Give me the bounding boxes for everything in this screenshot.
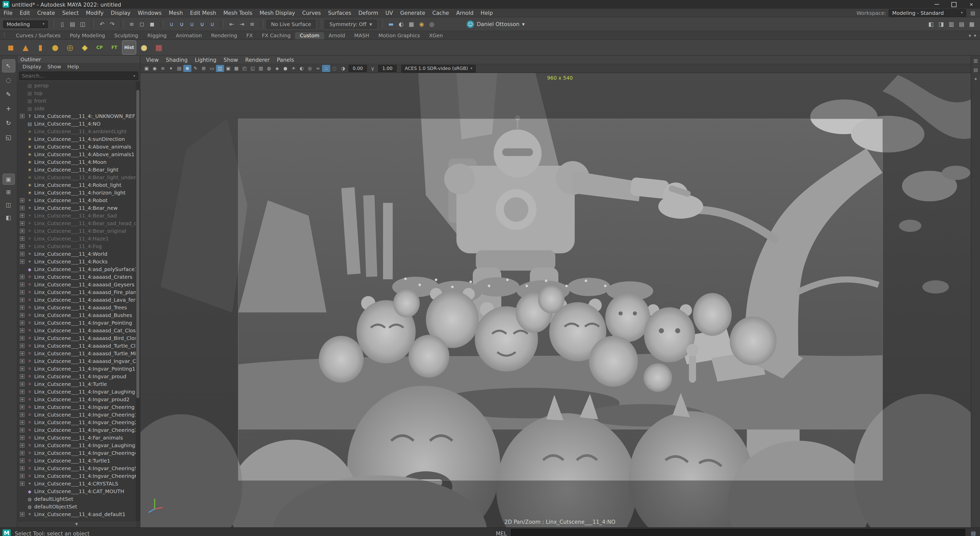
shelf-tab[interactable]: XGen: [425, 32, 447, 39]
expand-toggle-icon[interactable]: [19, 175, 25, 180]
toggle-attribute-editor-icon[interactable]: ▥: [946, 19, 956, 29]
viewport-menu-item[interactable]: Shading: [162, 57, 191, 63]
outliner-item[interactable]: Linx_Cutscene___11_4:Above_animals1: [18, 151, 140, 158]
move-tool[interactable]: +: [2, 103, 14, 115]
menu-item[interactable]: Surfaces: [325, 10, 355, 16]
menu-item[interactable]: Modify: [82, 10, 107, 16]
user-account-menu[interactable]: ☺ Daniel Ottosson ▾: [466, 20, 525, 28]
outliner-item[interactable]: defaultLightSet: [18, 495, 140, 503]
shelf-poly-pyramid[interactable]: ▲: [19, 41, 32, 54]
expand-toggle-icon[interactable]: [19, 159, 25, 165]
default-material-icon[interactable]: ●: [281, 65, 290, 72]
hud-icon[interactable]: ▥: [257, 65, 265, 72]
shelf-tab[interactable]: MASH: [350, 32, 374, 39]
viewport-menu-item[interactable]: Panels: [273, 57, 298, 63]
toolbar-separator[interactable]: [160, 20, 163, 28]
menu-item[interactable]: Generate: [396, 10, 429, 16]
outliner-item[interactable]: Linx_Cutscene___11_4:ambientLight: [18, 127, 140, 135]
outliner-item[interactable]: Linx_Cutscene___11_4:aaaasd_Bushes: [18, 312, 140, 319]
expand-toggle-icon[interactable]: [19, 512, 25, 517]
viewport-canvas[interactable]: 960 x 540 2D Pan/Zoom : Linx_Cutscene___…: [140, 73, 971, 527]
outliner-item[interactable]: Linx_Cutscene___11_4:aaaasd_Geysers: [18, 281, 140, 288]
snap-to-grid-icon[interactable]: ∪: [166, 19, 177, 29]
script-editor-icon[interactable]: ▤: [969, 529, 977, 536]
menu-set-selector[interactable]: Modeling ▾: [3, 20, 48, 28]
gamma-field[interactable]: [378, 65, 396, 72]
outliner-item[interactable]: Linx_Cutscene___11_4:Far_animals: [18, 434, 140, 442]
shelf-tab[interactable]: Arnold: [324, 32, 350, 39]
expand-toggle-icon[interactable]: [19, 458, 25, 463]
outliner-item[interactable]: side: [18, 105, 140, 112]
outliner-item[interactable]: Linx_Cutscene___11_4:NO: [18, 120, 140, 127]
expand-toggle-icon[interactable]: [19, 251, 25, 257]
outliner-item[interactable]: Linx_Cutscene___11_4:Turtle1: [18, 457, 140, 464]
multisample-icon[interactable]: ∴: [322, 65, 330, 72]
viewport-menu-item[interactable]: Renderer: [242, 57, 273, 63]
snap-to-projected-center-icon[interactable]: ∪: [197, 19, 207, 29]
expand-toggle-icon[interactable]: [19, 442, 25, 448]
outliner-item[interactable]: Linx_Cutscene___11_4:aaaasd_Fire_plants: [18, 288, 140, 296]
shelf-poly-torus[interactable]: ◎: [63, 41, 76, 54]
menu-item[interactable]: Mesh: [165, 10, 186, 16]
expand-toggle-icon[interactable]: [19, 427, 25, 433]
save-scene-icon[interactable]: ◫: [78, 19, 88, 29]
menu-item[interactable]: Mesh Tools: [220, 10, 256, 16]
outliner-item[interactable]: Linx_Cutscene___11_4:Bear_new: [18, 204, 140, 212]
xray-icon[interactable]: ◍: [265, 65, 273, 72]
field-chart-icon[interactable]: ▦: [232, 65, 240, 72]
film-gate-icon[interactable]: ▭: [208, 65, 216, 72]
lock-camera-icon[interactable]: ◉: [151, 65, 159, 72]
expand-toggle-icon[interactable]: [19, 351, 25, 356]
shelf-cp-node[interactable]: CP: [93, 41, 106, 54]
expand-toggle-icon[interactable]: [19, 282, 25, 287]
expand-toggle-icon[interactable]: [19, 243, 25, 249]
resolution-gate-icon[interactable]: ◫: [216, 65, 224, 72]
scroll-down-button[interactable]: ▼: [18, 521, 136, 527]
open-scene-icon[interactable]: ▤: [67, 19, 78, 29]
expand-toggle-icon[interactable]: [19, 274, 25, 280]
viewport-menu-item[interactable]: Lighting: [191, 57, 220, 63]
depth-of-field-icon[interactable]: ◌: [330, 65, 339, 72]
menu-item[interactable]: Mesh Display: [256, 10, 299, 16]
expand-toggle-icon[interactable]: [19, 182, 25, 188]
viewport-menu-item[interactable]: View: [142, 57, 162, 63]
expand-toggle-icon[interactable]: [19, 91, 25, 96]
expand-toggle-icon[interactable]: [19, 420, 25, 425]
shelf-tab[interactable]: Sculpting: [110, 32, 143, 39]
wireframe-on-shaded-icon[interactable]: ◈: [273, 65, 281, 72]
outliner-item[interactable]: Linx_Cutscene___11_4:CRYSTALS: [18, 480, 140, 488]
layout-outliner-persp[interactable]: ◧: [3, 212, 14, 223]
ipr-render-icon[interactable]: ◐: [396, 19, 406, 29]
live-surface-field[interactable]: No Live Surface: [266, 20, 316, 28]
channel-box-tab-icon[interactable]: ▥: [974, 58, 978, 63]
shelf-diamond[interactable]: ◆: [78, 41, 91, 54]
shelf-tab[interactable]: FX: [242, 32, 257, 39]
menu-item[interactable]: Select: [59, 10, 83, 16]
expand-toggle-icon[interactable]: [19, 236, 25, 242]
shelf-tab[interactable]: Curves / Surfaces: [11, 32, 65, 39]
layout-two-pane[interactable]: ◫: [3, 200, 14, 210]
viewport-menu-item[interactable]: Show: [220, 57, 242, 63]
outliner-item[interactable]: Linx_Cutscene___11_4:aaaasd_Lava_ferns: [18, 296, 140, 304]
expand-toggle-icon[interactable]: [19, 113, 25, 119]
safe-action-icon[interactable]: ◰: [240, 65, 248, 72]
outliner-item[interactable]: Linx_Cutscene___11_4:Fog: [18, 242, 140, 250]
shelf-handle-icon[interactable]: ⋮: [2, 32, 6, 37]
scrollbar-thumb[interactable]: [136, 90, 139, 398]
camera-attributes-icon[interactable]: ≡: [159, 65, 167, 72]
expand-toggle-icon[interactable]: [19, 197, 25, 203]
select-hierarchy-icon[interactable]: ≡: [127, 19, 137, 29]
tool-settings-tab-icon[interactable]: ✦: [974, 76, 977, 82]
grid-icon[interactable]: ⊞: [200, 65, 208, 72]
expand-toggle-icon[interactable]: [19, 106, 25, 111]
render-view-icon[interactable]: ◎: [427, 19, 437, 29]
select-object-icon[interactable]: ◻: [137, 19, 147, 29]
outliner-item[interactable]: Linx_Cutscene___11_4:Robot_light: [18, 181, 140, 189]
menu-item[interactable]: File: [0, 10, 16, 16]
toggle-modeling-toolkit-icon[interactable]: ◧: [926, 19, 936, 29]
outliner-item[interactable]: Linx_Cutscene___11_4:aaaasd_Turtle_Close: [18, 342, 140, 350]
expand-toggle-icon[interactable]: [19, 121, 25, 127]
outliner-item[interactable]: Linx_Cutscene___11_4:aaaasd_Bird_Close: [18, 334, 140, 342]
expand-toggle-icon[interactable]: [19, 343, 25, 349]
2d-pan-zoom-icon[interactable]: ⊕: [183, 65, 191, 72]
